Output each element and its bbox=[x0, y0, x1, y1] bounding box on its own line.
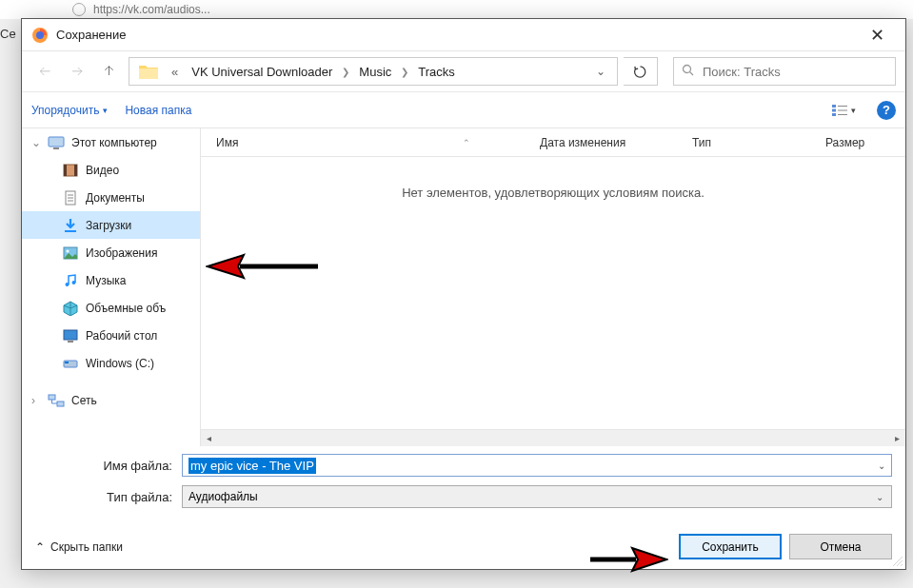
sort-indicator-icon: ⌃ bbox=[463, 138, 470, 147]
organize-menu[interactable]: Упорядочить▾ bbox=[31, 104, 108, 117]
chevron-down-icon[interactable]: ⌄ bbox=[878, 461, 885, 471]
breadcrumb[interactable]: « VK Universal Downloader ❯ Music ❯ Trac… bbox=[129, 57, 618, 86]
bc-seg-1[interactable]: VK Universal Downloader bbox=[186, 62, 338, 82]
toolbar: Упорядочить▾ Новая папка ▾ ? bbox=[22, 91, 905, 127]
up-button[interactable]: 🡡 bbox=[96, 58, 123, 85]
bc-seg-2[interactable]: Music bbox=[353, 62, 397, 82]
svg-rect-5 bbox=[832, 105, 836, 108]
filename-value: my epic vice - The VIP bbox=[189, 458, 316, 474]
svg-rect-28 bbox=[65, 362, 69, 363]
hide-folders-toggle[interactable]: ⌃ Скрыть папки bbox=[35, 540, 123, 554]
sidebar-item-pictures[interactable]: Изображения bbox=[22, 239, 200, 266]
col-size[interactable]: Размер bbox=[810, 135, 905, 149]
save-button[interactable]: Сохранить bbox=[679, 534, 782, 559]
col-name[interactable]: Имя ⌃ bbox=[201, 136, 525, 149]
new-folder-button[interactable]: Новая папка bbox=[125, 104, 191, 117]
sidebar-item-desktop[interactable]: Рабочий стол bbox=[22, 322, 200, 349]
svg-point-23 bbox=[66, 283, 69, 286]
page-fragment: Се bbox=[0, 27, 16, 41]
resize-grip-icon[interactable] bbox=[891, 555, 903, 566]
bc-seg-3[interactable]: Tracks bbox=[412, 62, 461, 82]
titlebar: Сохранение ✕ bbox=[22, 19, 905, 51]
svg-point-24 bbox=[72, 281, 76, 284]
bottom-panel: Имя файла: my epic vice - The VIP ⌄ Тип … bbox=[22, 446, 905, 517]
drive-icon bbox=[62, 356, 79, 371]
svg-rect-14 bbox=[64, 165, 67, 176]
svg-rect-6 bbox=[832, 108, 836, 111]
tree-label: Видео bbox=[86, 164, 119, 177]
horizontal-scrollbar[interactable]: ◂ ▸ bbox=[201, 429, 905, 446]
cube-icon bbox=[62, 301, 79, 316]
filetype-value: Аудиофайлы bbox=[189, 490, 258, 503]
svg-line-33 bbox=[901, 564, 903, 566]
svg-rect-26 bbox=[68, 341, 73, 343]
search-box[interactable] bbox=[673, 57, 896, 86]
info-icon bbox=[72, 3, 86, 16]
refresh-button[interactable] bbox=[624, 57, 658, 86]
svg-rect-12 bbox=[53, 147, 59, 149]
breadcrumb-dropdown[interactable]: ⌄ bbox=[588, 65, 613, 78]
svg-point-1 bbox=[36, 31, 44, 39]
video-icon bbox=[62, 163, 79, 178]
view-mode-button[interactable]: ▾ bbox=[827, 100, 860, 121]
footer: ⌃ Скрыть папки Сохранить Отмена bbox=[22, 517, 905, 569]
dialog-title: Сохранение bbox=[56, 28, 127, 42]
svg-rect-25 bbox=[64, 330, 77, 340]
tree-label: Сеть bbox=[71, 394, 97, 407]
desktop-icon bbox=[62, 328, 79, 343]
tree-label: Изображения bbox=[86, 246, 157, 260]
filetype-select[interactable]: Аудиофайлы ⌄ bbox=[182, 485, 892, 508]
url-text: https://vk.com/audios... bbox=[93, 3, 210, 16]
save-dialog: Сохранение ✕ 🡠 🡢 🡡 « VK Universal Downlo… bbox=[21, 18, 906, 570]
tree-label: Загрузки bbox=[86, 219, 131, 232]
svg-rect-2 bbox=[139, 69, 158, 79]
svg-line-4 bbox=[690, 71, 694, 75]
search-input[interactable] bbox=[703, 65, 887, 79]
sidebar-item-drive-c[interactable]: Windows (C:) bbox=[22, 349, 200, 377]
sidebar-item-music[interactable]: Музыка bbox=[22, 266, 200, 294]
filename-label: Имя файла: bbox=[35, 459, 182, 473]
sidebar: ⌄ Этот компьютер Видео Документы Загрузк… bbox=[22, 128, 201, 446]
folder-icon bbox=[139, 64, 158, 79]
help-button[interactable]: ? bbox=[877, 101, 896, 120]
tree-label: Объемные объ bbox=[86, 302, 166, 315]
sidebar-item-3d[interactable]: Объемные объ bbox=[22, 294, 200, 322]
download-icon bbox=[62, 218, 79, 233]
music-icon bbox=[62, 273, 79, 288]
tree-label: Документы bbox=[86, 191, 145, 205]
sidebar-item-documents[interactable]: Документы bbox=[22, 184, 200, 211]
file-list-area: Имя ⌃ Дата изменения Тип Размер Нет элем… bbox=[201, 128, 905, 446]
sidebar-item-videos[interactable]: Видео bbox=[22, 156, 200, 184]
picture-icon bbox=[62, 245, 79, 261]
monitor-icon bbox=[48, 135, 65, 150]
close-button[interactable]: ✕ bbox=[858, 21, 896, 49]
chevron-right-icon: ❯ bbox=[399, 67, 410, 77]
nav-bar: 🡠 🡢 🡡 « VK Universal Downloader ❯ Music … bbox=[22, 51, 905, 91]
filename-input[interactable]: my epic vice - The VIP ⌄ bbox=[182, 454, 892, 477]
scroll-right-icon[interactable]: ▸ bbox=[889, 430, 905, 446]
expand-icon[interactable]: › bbox=[31, 394, 41, 407]
tree-label: Этот компьютер bbox=[71, 136, 157, 149]
chevron-down-icon[interactable]: ⌄ bbox=[876, 492, 883, 502]
scroll-left-icon[interactable]: ◂ bbox=[201, 430, 217, 446]
sidebar-item-network[interactable]: › Сеть bbox=[22, 386, 200, 414]
bc-prefix: « bbox=[166, 62, 184, 82]
sidebar-item-computer[interactable]: ⌄ Этот компьютер bbox=[22, 128, 200, 156]
col-date[interactable]: Дата изменения bbox=[525, 135, 677, 149]
network-icon bbox=[48, 393, 65, 408]
svg-rect-7 bbox=[832, 113, 836, 116]
cancel-button[interactable]: Отмена bbox=[789, 534, 892, 559]
chevron-down-icon: ▾ bbox=[103, 106, 108, 115]
back-button[interactable]: 🡠 bbox=[31, 58, 58, 85]
column-headers: Имя ⌃ Дата изменения Тип Размер bbox=[201, 128, 905, 157]
svg-rect-15 bbox=[74, 165, 77, 176]
svg-point-3 bbox=[684, 65, 691, 72]
sidebar-item-downloads[interactable]: Загрузки bbox=[22, 211, 200, 239]
forward-button[interactable]: 🡢 bbox=[64, 58, 90, 85]
chevron-down-icon: ▾ bbox=[851, 106, 856, 115]
expand-icon[interactable]: ⌄ bbox=[31, 136, 41, 149]
col-type[interactable]: Тип bbox=[677, 135, 810, 149]
svg-rect-29 bbox=[49, 395, 55, 400]
document-icon bbox=[62, 190, 79, 206]
svg-point-22 bbox=[67, 249, 69, 252]
